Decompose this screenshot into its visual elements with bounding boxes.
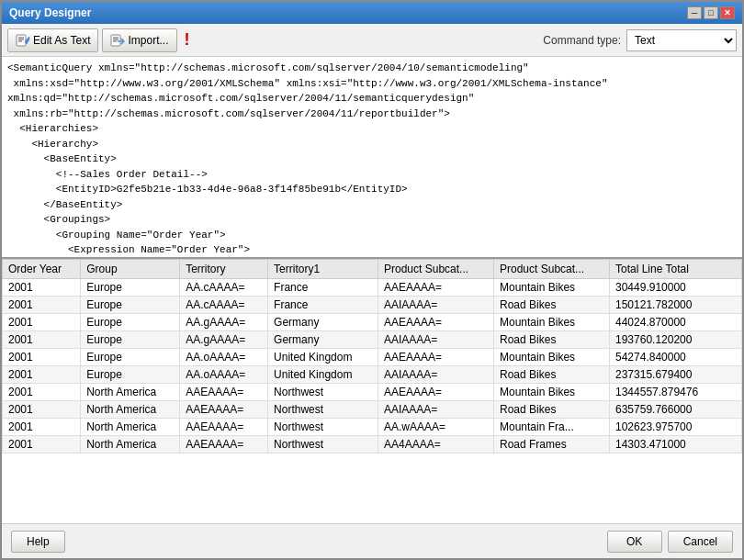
table-cell: Road Bikes [494,401,610,419]
table-cell: France [268,279,378,297]
command-type-label: Command type: [543,34,621,47]
table-cell: AAEAAAA= [378,349,494,366]
table-cell: AA.gAAAA= [180,331,268,349]
table-cell: Europe [81,366,180,384]
table-row: 2001North AmericaAAEAAAA=NorthwestAAEAAA… [3,384,742,401]
table-cell: North America [81,401,180,419]
table-cell: Northwest [268,436,378,454]
table-row: 2001EuropeAA.cAAAA=FranceAAIAAAA=Road Bi… [3,297,742,314]
table-cell: AA.wAAAA= [378,419,494,436]
import-icon [110,33,125,48]
table-cell: 54274.840000 [610,349,742,366]
table-cell: AA4AAAA= [378,436,494,454]
table-cell: Germany [268,314,378,331]
table-cell: 2001 [3,279,81,297]
table-cell: Northwest [268,401,378,419]
table-cell: AA.gAAAA= [180,314,268,331]
ok-button[interactable]: OK [607,531,662,553]
col-product-subcat1: Product Subcat... [378,260,494,279]
table-cell: 1344557.879476 [610,384,742,401]
table-cell: 193760.120200 [610,331,742,349]
table-cell: AAEAAAA= [180,384,268,401]
table-cell: AA.oAAAA= [180,366,268,384]
table-cell: Germany [268,331,378,349]
table-cell: AAIAAAA= [378,401,494,419]
table-cell: 635759.766000 [610,401,742,419]
table-cell: 2001 [3,419,81,436]
table-cell: 2001 [3,314,81,331]
col-territory: Territory [180,260,268,279]
table-cell: France [268,297,378,314]
titlebar-buttons: ─ □ ✕ [687,6,735,19]
table-cell: AA.cAAAA= [180,279,268,297]
warning-icon: ! [181,30,194,50]
table-cell: AAEAAAA= [180,419,268,436]
table-row: 2001EuropeAA.cAAAA=FranceAAEAAAA=Mountai… [3,279,742,297]
table-row: 2001North AmericaAAEAAAA=NorthwestAA4AAA… [3,436,742,454]
toolbar: Edit As Text Import... ! Command type: T… [2,24,742,57]
close-button[interactable]: ✕ [720,6,735,19]
table-cell: AAIAAAA= [378,331,494,349]
table-cell: Mountain Fra... [494,419,610,436]
col-group: Group [81,260,180,279]
table-cell: AA.oAAAA= [180,349,268,366]
footer-right: OK Cancel [607,531,733,553]
table-cell: Mountain Bikes [494,349,610,366]
table-cell: Northwest [268,419,378,436]
table-cell: 14303.471000 [610,436,742,454]
command-type-area: Command type: TextStoredProcedureTableDi… [543,29,737,51]
edit-as-text-button[interactable]: Edit As Text [7,28,98,52]
table-cell: Mountain Bikes [494,384,610,401]
table-cell: 2001 [3,401,81,419]
table-cell: AAEAAAA= [180,436,268,454]
table-cell: Road Bikes [494,297,610,314]
content-area: <SemanticQuery xmlns="http://schemas.mic… [2,57,742,523]
xml-editor[interactable]: <SemanticQuery xmlns="http://schemas.mic… [2,57,742,259]
table-cell: North America [81,419,180,436]
table-cell: Europe [81,297,180,314]
table-cell: 2001 [3,331,81,349]
import-label: Import... [128,34,168,47]
table-cell: AAIAAAA= [378,297,494,314]
col-product-subcat2: Product Subcat... [494,260,610,279]
table-cell: AAIAAAA= [378,366,494,384]
table-row: 2001North AmericaAAEAAAA=NorthwestAAIAAA… [3,401,742,419]
table-cell: North America [81,436,180,454]
maximize-button[interactable]: □ [704,6,718,19]
table-cell: 2001 [3,436,81,454]
table-cell: AAEAAAA= [378,314,494,331]
table-cell: 44024.870000 [610,314,742,331]
table-cell: 2001 [3,384,81,401]
command-type-select[interactable]: TextStoredProcedureTableDirect [626,29,737,51]
table-cell: Road Frames [494,436,610,454]
minimize-button[interactable]: ─ [687,6,702,19]
window-title: Query Designer [9,6,91,19]
table-cell: AAEAAAA= [378,279,494,297]
cancel-button[interactable]: Cancel [668,531,733,553]
table-row: 2001EuropeAA.gAAAA=GermanyAAEAAAA=Mounta… [3,314,742,331]
table-cell: 2001 [3,297,81,314]
table-cell: North America [81,384,180,401]
results-table: Order Year Group Territory Territory1 Pr… [2,259,742,454]
table-cell: Northwest [268,384,378,401]
table-cell: 237315.679400 [610,366,742,384]
table-cell: 2001 [3,366,81,384]
footer: Help OK Cancel [2,523,742,558]
col-total-line-total: Total Line Total [610,260,742,279]
table-cell: Europe [81,331,180,349]
query-designer-window: Query Designer ─ □ ✕ Edit As Text [0,0,744,560]
table-body: 2001EuropeAA.cAAAA=FranceAAEAAAA=Mountai… [3,279,742,454]
table-row: 2001North AmericaAAEAAAA=NorthwestAA.wAA… [3,419,742,436]
help-button[interactable]: Help [11,531,65,553]
titlebar: Query Designer ─ □ ✕ [2,2,742,24]
edit-text-icon [16,33,30,48]
table-cell: Europe [81,314,180,331]
table-row: 2001EuropeAA.oAAAA=United KingdomAAIAAAA… [3,366,742,384]
table-cell: Road Bikes [494,366,610,384]
table-cell: Mountain Bikes [494,279,610,297]
header-row: Order Year Group Territory Territory1 Pr… [3,260,742,279]
table-cell: 2001 [3,349,81,366]
table-scroll[interactable]: Order Year Group Territory Territory1 Pr… [2,259,742,523]
import-button[interactable]: Import... [102,28,176,52]
col-territory1: Territory1 [268,260,378,279]
